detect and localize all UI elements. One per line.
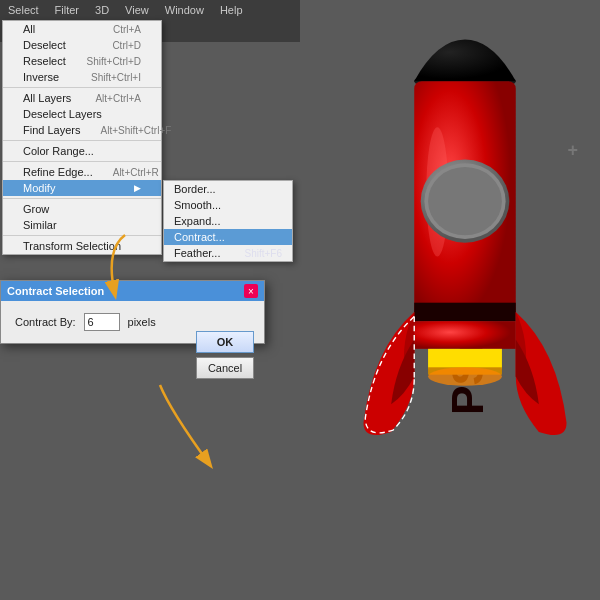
svg-rect-8 [414, 303, 516, 321]
separator-2 [3, 140, 161, 141]
menu-3d[interactable]: 3D [87, 0, 117, 20]
menu-item-grow[interactable]: Grow [3, 201, 161, 217]
svg-point-7 [428, 167, 502, 235]
cancel-button[interactable]: Cancel [196, 357, 254, 379]
ok-button[interactable]: OK [196, 331, 254, 353]
menu-item-deselect-layers[interactable]: Deselect Layers [3, 106, 161, 122]
select-dropdown-menu: All Ctrl+A Deselect Ctrl+D Reselect Shif… [2, 20, 162, 255]
separator-3 [3, 161, 161, 162]
menu-item-inverse[interactable]: Inverse Shift+Ctrl+I [3, 69, 161, 85]
menu-item-color-range[interactable]: Color Range... [3, 143, 161, 159]
menu-select[interactable]: Select [0, 0, 47, 20]
submenu-contract[interactable]: Contract... [164, 229, 292, 245]
contract-by-input[interactable] [84, 313, 120, 331]
separator-1 [3, 87, 161, 88]
menu-bar: Select Filter 3D View Window Help [0, 0, 300, 20]
menu-item-deselect[interactable]: Deselect Ctrl+D [3, 37, 161, 53]
arrow-dialog-to-rocket [130, 380, 250, 480]
menu-filter[interactable]: Filter [47, 0, 87, 20]
arrow-menu-to-dialog [85, 230, 165, 310]
rocket-image: PSd [345, 30, 585, 520]
menu-window[interactable]: Window [157, 0, 212, 20]
menu-view[interactable]: View [117, 0, 157, 20]
modify-submenu: Border... Smooth... Expand... Contract..… [163, 180, 293, 262]
dialog-buttons: OK Cancel [196, 331, 254, 379]
menu-item-find-layers[interactable]: Find Layers Alt+Shift+Ctrl+F [3, 122, 161, 138]
menu-item-reselect[interactable]: Reselect Shift+Ctrl+D [3, 53, 161, 69]
svg-point-13 [428, 367, 502, 385]
submenu-expand[interactable]: Expand... [164, 213, 292, 229]
canvas-area: + [270, 0, 600, 600]
contract-by-row: Contract By: pixels [15, 313, 184, 331]
submenu-border[interactable]: Border... [164, 181, 292, 197]
separator-4 [3, 198, 161, 199]
submenu-feather[interactable]: Feather... Shift+F6 [164, 245, 292, 261]
svg-rect-10 [414, 321, 516, 349]
menu-item-all-layers[interactable]: All Layers Alt+Ctrl+A [3, 90, 161, 106]
pixels-label: pixels [128, 316, 156, 328]
menu-item-refine-edge[interactable]: Refine Edge... Alt+Ctrl+R [3, 164, 161, 180]
dialog-close-button[interactable]: × [244, 284, 258, 298]
menu-item-all[interactable]: All Ctrl+A [3, 21, 161, 37]
contract-by-label: Contract By: [15, 316, 76, 328]
svg-rect-11 [428, 349, 502, 369]
submenu-smooth[interactable]: Smooth... [164, 197, 292, 213]
menu-item-modify[interactable]: Modify ▶ Border... Smooth... Expand... C… [3, 180, 161, 196]
menu-help[interactable]: Help [212, 0, 251, 20]
submenu-arrow: ▶ [134, 183, 141, 193]
